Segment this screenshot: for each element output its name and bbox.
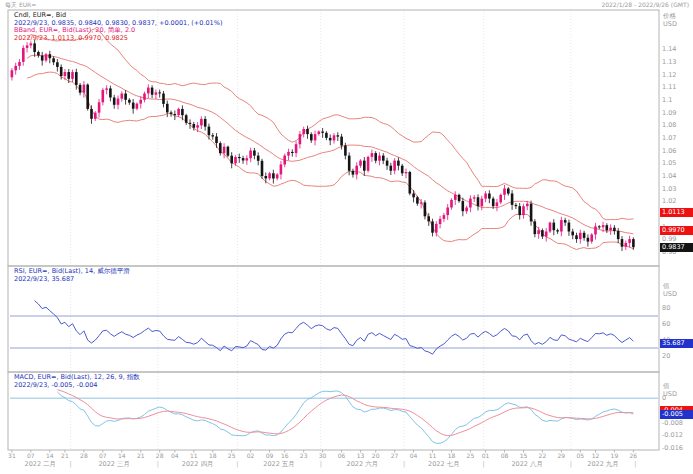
macd-axis-unit: USD: [663, 391, 677, 399]
chart-window: 每天 EUR= 2022/1/28 - 2022/9/26 (GMT) Cndl…: [0, 0, 693, 474]
rsi-axis-header: 值 USD: [663, 283, 677, 298]
price-axis-unit: USD: [663, 21, 677, 29]
bband-values: 2022/9/23, 1.0113, 0.9970, 0.9825: [14, 35, 222, 43]
macd-values: 2022/9/23, -0.005, -0.004: [14, 382, 140, 390]
rsi-panel-legend: RSI, EUR=, Bid(Last), 14, 威尔德平滑 2022/9/2…: [14, 268, 130, 283]
chart-canvas[interactable]: [0, 0, 693, 474]
price-axis-header: 价格 USD: [663, 13, 677, 28]
macd-panel-legend: MACD, EUR=, Bid(Last), 12, 26, 9, 指数 202…: [14, 374, 140, 389]
rsi-value: 2022/9/23, 35.687: [14, 276, 130, 284]
price-panel-legend: Cndl, EUR=, Bid 2022/9/23, 0.9835, 0.984…: [14, 12, 222, 42]
rsi-axis-unit: USD: [663, 291, 677, 299]
macd-axis-header: 值 USD: [663, 383, 677, 398]
